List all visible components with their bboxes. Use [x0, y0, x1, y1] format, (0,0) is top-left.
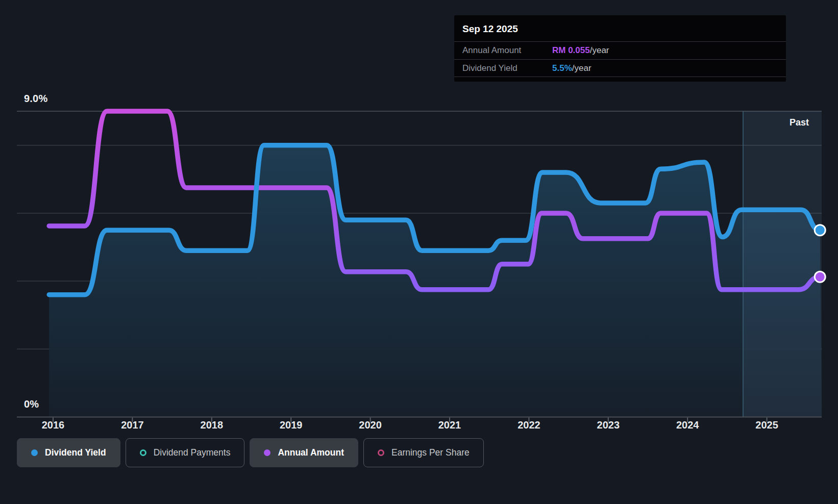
tooltip-date: Sep 12 2025 — [454, 15, 786, 41]
y-axis-top-label: 9.0% — [24, 93, 47, 105]
tooltip-row-label: Dividend Yield — [462, 63, 552, 73]
x-axis-year-2019: 2019 — [280, 419, 303, 431]
legend-button-dividend-yield[interactable]: Dividend Yield — [17, 438, 120, 467]
legend-label: Dividend Payments — [154, 447, 231, 458]
past-region-label: Past — [790, 117, 809, 128]
tooltip-row-value: 5.5% — [552, 63, 572, 73]
chart-legend: Dividend YieldDividend PaymentsAnnual Am… — [17, 438, 484, 467]
annual-amount-dot-icon — [264, 449, 270, 456]
tooltip-row-label: Annual Amount — [462, 45, 552, 56]
dividend-yield-dot-icon — [31, 449, 38, 456]
x-axis-year-2025: 2025 — [755, 419, 778, 431]
y-axis-bottom-label: 0% — [24, 398, 39, 410]
tooltip-row-suffix: /year — [590, 45, 609, 56]
x-axis-year-2020: 2020 — [359, 419, 382, 431]
tooltip-row-annual-amount: Annual AmountRM 0.055/year — [454, 41, 786, 59]
dividend-chart-panel: 9.0% 0% 20162017201820192020202120222023… — [0, 0, 838, 504]
dividend-yield-area — [49, 145, 822, 417]
x-axis-year-2024: 2024 — [676, 419, 699, 431]
legend-label: Dividend Yield — [45, 447, 106, 458]
x-axis-year-2017: 2017 — [121, 419, 144, 431]
legend-label: Earnings Per Share — [391, 447, 470, 458]
past-region-overlay — [743, 111, 822, 417]
tooltip-row-suffix: /year — [572, 63, 591, 73]
x-axis-year-2022: 2022 — [517, 419, 540, 431]
legend-button-dividend-payments[interactable]: Dividend Payments — [126, 438, 245, 467]
legend-button-annual-amount[interactable]: Annual Amount — [250, 438, 358, 467]
tooltip-row-dividend-yield: Dividend Yield5.5%/year — [454, 59, 786, 77]
legend-label: Annual Amount — [278, 447, 344, 458]
x-axis-year-2021: 2021 — [438, 419, 461, 431]
x-axis-year-2016: 2016 — [42, 419, 65, 431]
legend-button-earnings-per-share[interactable]: Earnings Per Share — [363, 438, 484, 467]
annual-amount-endpoint-marker — [815, 271, 825, 282]
dividend-payments-ring-icon — [140, 449, 146, 456]
x-axis-year-2023: 2023 — [597, 419, 620, 431]
tooltip-row-value: RM 0.055 — [552, 45, 590, 56]
chart-tooltip: Sep 12 2025 Annual AmountRM 0.055/yearDi… — [454, 15, 786, 82]
earnings-per-share-ring-icon — [378, 449, 384, 456]
dividend-yield-endpoint-marker — [815, 225, 825, 236]
x-axis-year-2018: 2018 — [201, 419, 224, 431]
